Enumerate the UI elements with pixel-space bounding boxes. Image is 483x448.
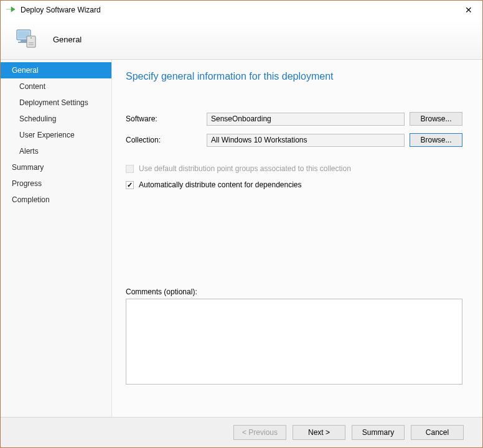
checkbox-auto-distribute-label: Automatically distribute content for dep… <box>139 180 302 189</box>
sidebar-item-progress[interactable]: Progress <box>1 175 111 192</box>
sidebar-item-content[interactable]: Content <box>1 78 111 95</box>
computer-icon <box>13 26 38 53</box>
collection-input[interactable] <box>207 134 405 147</box>
wizard-window: Deploy Software Wizard ✕ General General… <box>0 0 483 448</box>
collection-row: Collection: Browse... <box>126 133 462 147</box>
header-band: General <box>1 19 482 60</box>
svg-rect-2 <box>21 40 27 42</box>
comments-label: Comments (optional): <box>126 287 462 296</box>
sidebar-item-completion[interactable]: Completion <box>1 192 111 208</box>
previous-button: < Previous <box>233 425 286 440</box>
collection-label: Collection: <box>126 136 202 144</box>
sidebar-item-scheduling[interactable]: Scheduling <box>1 111 111 127</box>
header-title: General <box>53 35 82 44</box>
svg-rect-6 <box>29 42 34 44</box>
software-row: Software: Browse... <box>126 112 462 126</box>
sidebar-item-deployment-settings[interactable]: Deployment Settings <box>1 95 111 111</box>
titlebar: Deploy Software Wizard ✕ <box>1 1 482 19</box>
next-button[interactable]: Next > <box>293 425 345 440</box>
collection-browse-button[interactable]: Browse... <box>410 133 462 147</box>
sidebar: GeneralContentDeployment SettingsSchedul… <box>1 60 111 417</box>
checkbox-auto-distribute[interactable] <box>126 181 134 189</box>
svg-rect-7 <box>29 44 34 45</box>
cancel-button[interactable]: Cancel <box>411 425 464 440</box>
software-browse-button[interactable]: Browse... <box>410 112 462 126</box>
sidebar-item-alerts[interactable]: Alerts <box>1 143 111 159</box>
sidebar-item-general[interactable]: General <box>1 62 111 78</box>
svg-point-5 <box>30 37 32 39</box>
checkbox-row-default-dp: Use default distribution point groups as… <box>126 164 462 173</box>
body: GeneralContentDeployment SettingsSchedul… <box>1 60 482 417</box>
footer: < Previous Next > Summary Cancel <box>1 417 482 447</box>
software-label: Software: <box>126 114 202 123</box>
checkbox-default-dp <box>126 165 134 173</box>
checkbox-row-auto-distribute: Automatically distribute content for dep… <box>126 180 462 189</box>
arrow-right-icon <box>6 4 16 16</box>
titlebar-left: Deploy Software Wizard <box>6 4 101 16</box>
close-button[interactable]: ✕ <box>460 2 477 17</box>
sidebar-item-summary[interactable]: Summary <box>1 159 111 175</box>
summary-button[interactable]: Summary <box>352 425 405 440</box>
sidebar-item-user-experience[interactable]: User Experience <box>1 127 111 143</box>
comments-textarea[interactable] <box>126 299 462 385</box>
software-input[interactable] <box>207 113 405 126</box>
main-panel: Specify general information for this dep… <box>111 60 482 417</box>
checkbox-default-dp-label: Use default distribution point groups as… <box>139 164 351 173</box>
window-title: Deploy Software Wizard <box>21 6 101 14</box>
page-heading: Specify general information for this dep… <box>126 71 462 82</box>
